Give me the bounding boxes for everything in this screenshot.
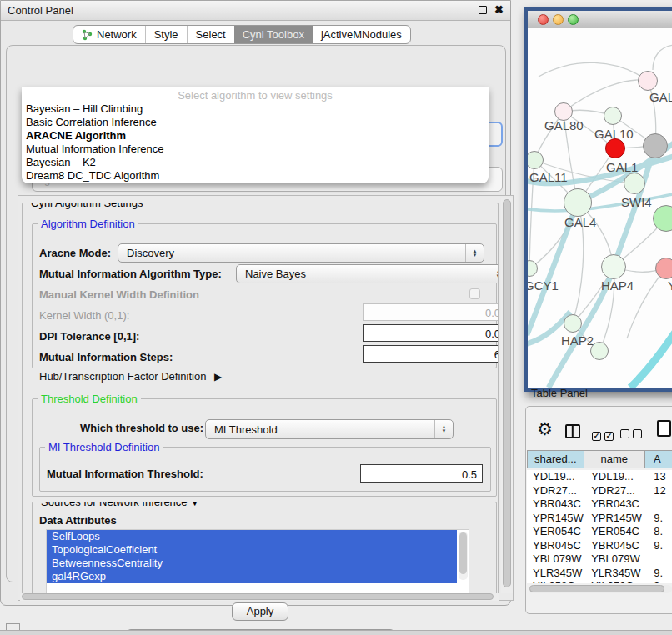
table-row[interactable]: YPR145W YPR145W 9. [527, 512, 672, 526]
node-gray[interactable] [643, 133, 668, 158]
which-threshold-combobox[interactable]: MI Threshold ▲▼ [205, 419, 454, 439]
mi-algorithm-type-value: Naive Bayes [237, 268, 489, 280]
aracne-mode-combobox[interactable]: Discovery ▲▼ [118, 243, 484, 262]
new-table-icon[interactable] [657, 420, 671, 437]
aracne-mode-value: Discovery [118, 247, 465, 259]
node-label: Y [668, 278, 672, 292]
table-row[interactable]: YLR345W YLR345W 9. [527, 567, 672, 581]
dropdown-item[interactable]: Dream8 DC_TDC Algorithm [22, 169, 489, 182]
column-header-shared[interactable]: shared... [527, 450, 584, 468]
dropdown-item[interactable]: Mutual Information Inference [22, 142, 489, 156]
select-all-checks-icon[interactable]: ✓✓ [592, 427, 617, 442]
tab-style[interactable]: Style [145, 26, 187, 43]
table-row[interactable]: YDR27... YDR27... 12 [527, 484, 672, 498]
zoom-traffic-light-icon[interactable] [568, 14, 579, 25]
threshold-definition-group: Threshold Definition Which threshold to … [32, 398, 497, 497]
settings-vertical-scrollbar-thumb[interactable] [503, 199, 511, 588]
node-gal-top[interactable] [638, 71, 658, 91]
cell-shared-name: YLR345W [527, 567, 585, 581]
dropdown-item[interactable]: Basic Correlation Inference [22, 116, 489, 129]
cell-value: 9. [648, 512, 672, 526]
mi-threshold-field[interactable] [360, 464, 483, 482]
cell-value: 8. [648, 525, 672, 539]
table-horizontal-scrollbar-thumb[interactable] [529, 585, 664, 592]
tab-jactivemnodules-label: jActiveMNodules [321, 28, 402, 41]
gear-icon[interactable]: ⚙ [537, 419, 553, 439]
minimize-traffic-light-icon[interactable] [553, 14, 564, 25]
column-browser-icon[interactable] [565, 424, 580, 438]
network-canvas[interactable]: GAL GAL80 GAL10 GAL1 GAL11 SWI4 GAL4 GCY… [528, 28, 672, 388]
node-swi4[interactable] [624, 172, 645, 194]
expander-expanded-icon[interactable]: ▼ [190, 502, 199, 508]
node-label: GAL11 [529, 170, 568, 184]
tab-cyni-toolbox[interactable]: Cyni Toolbox [234, 26, 313, 43]
table-row[interactable]: YBL079W YBL079W [527, 552, 672, 567]
node-hap4[interactable] [601, 254, 626, 279]
expander-collapsed-icon: ▶ [214, 371, 222, 382]
table-header-row: shared... name A [527, 450, 672, 468]
tab-network[interactable]: Network [73, 26, 145, 43]
list-item[interactable]: BetweennessCentrality [47, 557, 457, 570]
node-salmon[interactable] [655, 258, 672, 279]
cyni-settings-scrollpane: Cyni Algorithm Settings Algorithm Defini… [18, 195, 514, 601]
which-threshold-label: Which threshold to use: [80, 422, 203, 434]
node-gal4[interactable] [564, 188, 592, 217]
list-item[interactable]: TopologicalCoefficient [47, 543, 457, 557]
data-attributes-list: SelfLoops TopologicalCoefficient Between… [46, 529, 469, 595]
threshold-definition-title: Threshold Definition [38, 392, 141, 405]
dropdown-item[interactable]: Bayesian – Hill Climbing [22, 102, 489, 116]
table-row[interactable]: YDL19... YDL19... 13 [527, 470, 672, 484]
table-row[interactable]: YER054C YER054C 8. [527, 525, 672, 539]
node-label: HAP2 [561, 333, 594, 348]
tab-select[interactable]: Select [187, 26, 234, 43]
table-row[interactable]: YIL052C YIL052C 9 [527, 580, 672, 583]
table-row[interactable]: YBR043C YBR043C [527, 498, 672, 512]
mi-threshold-definition-title: MI Threshold Definition [45, 441, 163, 453]
unchecked-box-icon [633, 429, 642, 438]
node-hap2[interactable] [564, 314, 582, 332]
list-scrollbar[interactable] [459, 532, 468, 580]
cell-shared-name: YBL079W [527, 552, 585, 567]
float-window-icon[interactable] [479, 6, 487, 14]
table-row[interactable]: YBR045C YBR045C 9. [527, 539, 672, 553]
node-gal10[interactable] [604, 107, 622, 125]
list-scrollbar-thumb[interactable] [459, 532, 467, 574]
settings-vertical-scrollbar[interactable] [501, 198, 513, 593]
node-label: GAL4 [564, 215, 596, 229]
cell-name: YDL19... [585, 470, 648, 484]
network-window-titlebar[interactable] [528, 11, 672, 28]
kernel-width-field[interactable] [363, 303, 499, 321]
column-header-name[interactable]: name [584, 450, 645, 468]
table-horizontal-scrollbar[interactable] [529, 585, 672, 593]
sources-group-title: Sources for Network Inference ▼ [38, 502, 203, 508]
tab-jactivemnodules[interactable]: jActiveMNodules [313, 26, 410, 43]
algorithm-definition-title: Algorithm Definition [38, 218, 138, 230]
dropdown-item[interactable]: Bayesian – K2 [22, 156, 489, 169]
aracne-mode-label: Aracne Mode: [39, 247, 111, 259]
node-gal1-red[interactable] [605, 138, 625, 158]
dropdown-item-highlighted[interactable]: ARACNE Algorithm [22, 129, 489, 142]
hub-transcription-expander[interactable]: Hub/Transcription Factor Definition ▶ [39, 370, 222, 382]
cell-value [648, 552, 672, 567]
deselect-all-checks-icon[interactable] [620, 427, 645, 442]
close-traffic-light-icon[interactable] [538, 14, 549, 25]
mi-algorithm-type-combobox[interactable]: Naive Bayes ▲▼ [236, 264, 499, 283]
cell-name: YLR345W [585, 567, 648, 581]
dpi-tolerance-field[interactable] [363, 324, 499, 342]
settings-horizontal-scrollbar[interactable] [20, 593, 499, 601]
combo-stepper-icon: ▲▼ [465, 244, 484, 262]
algorithm-dropdown-list: Select algorithm to view settings Bayesi… [22, 88, 489, 183]
node-label: GCY1 [528, 278, 559, 292]
apply-button[interactable]: Apply [232, 602, 288, 621]
mi-steps-field[interactable] [363, 345, 499, 362]
list-item[interactable]: gal4RGexp [47, 570, 457, 583]
node-label: SWI4 [621, 195, 652, 209]
close-icon[interactable]: ✖ [494, 3, 504, 16]
column-header-clipped[interactable]: A [645, 450, 672, 468]
manual-kernel-width-checkbox[interactable] [469, 288, 480, 299]
cell-value [648, 498, 672, 512]
cell-shared-name: YDR27... [527, 484, 585, 498]
list-item[interactable]: SelfLoops [47, 530, 457, 543]
control-panel-titlebar[interactable]: Control Panel ✖ [1, 1, 510, 21]
settings-horizontal-scrollbar-thumb[interactable] [22, 593, 494, 600]
